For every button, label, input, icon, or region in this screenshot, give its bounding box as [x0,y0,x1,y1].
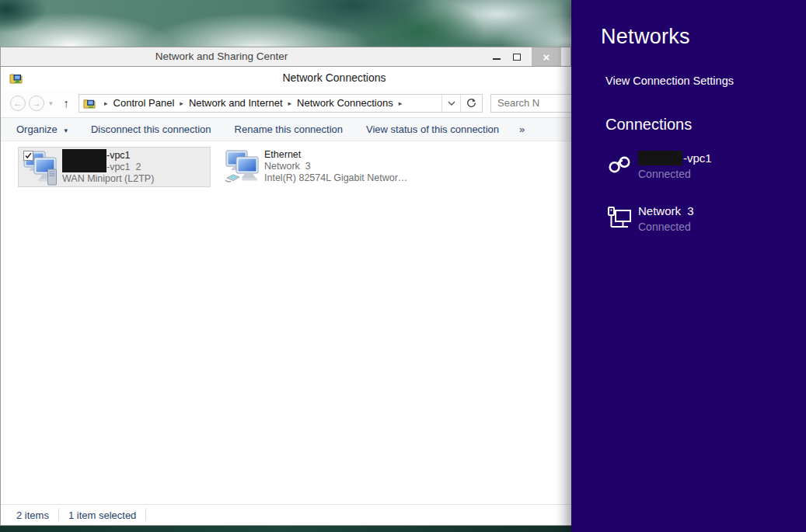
chevron-down-icon [448,101,455,106]
network-folder-icon [9,71,23,85]
toolbar-overflow-button[interactable]: » [519,123,525,135]
selected-checkbox[interactable] [23,151,33,161]
items-count: 2 items [16,509,49,521]
page-title: Network Connections [1,67,668,84]
connection-network: Network 3 [264,161,412,172]
address-bar[interactable]: ▸ Control Panel ▸ Network and Internet ▸… [79,94,483,113]
minimize-button[interactable] [487,47,507,66]
networks-flyout: Networks View Connection Settings Connec… [571,0,806,532]
connection-tile-ethernet[interactable]: Ethernet Network 3 Intel(R) 82574L Gigab… [221,147,417,187]
breadcrumb-network-and-internet[interactable]: Network and Internet [189,97,283,109]
window-controls: × [487,47,561,66]
redaction-box [638,151,682,165]
breadcrumb-separator-icon[interactable]: ▸ [99,99,113,107]
close-button[interactable]: × [532,47,561,66]
view-status-button[interactable]: View status of this connection [366,123,499,135]
forward-button[interactable]: → [29,96,44,111]
organize-label: Organize [16,123,58,135]
vpn-adapter-icon [22,149,62,186]
selected-count: 1 item selected [68,509,136,521]
connection-tile-text: -vpc1 -vpc1 2 WAN Miniport (L2TP) [62,149,154,185]
breadcrumb-network-connections[interactable]: Network Connections [297,97,393,109]
connection-tile-vpn[interactable]: -vpc1 -vpc1 2 WAN Miniport (L2TP) [18,147,211,187]
view-connection-settings-link[interactable]: View Connection Settings [605,75,734,87]
rename-connection-button[interactable]: Rename this connection [235,123,343,135]
connection-name-visible: -vpc1 [683,151,712,165]
breadcrumb-separator-icon[interactable]: ▸ [393,99,408,107]
refresh-button[interactable] [460,95,482,112]
minimize-icon [493,58,501,60]
up-button[interactable]: ↑ [64,96,70,110]
network-folder-icon [83,97,96,110]
connection-tile-text: Ethernet Network 3 Intel(R) 82574L Gigab… [264,148,412,184]
back-button[interactable]: ← [10,96,26,111]
connection-status: Connected [638,221,694,233]
connection-status: Connected [638,168,712,180]
connection-name: -vpc1 [638,151,712,165]
desktop: Network and Sharing Center × Network Con… [0,0,806,532]
flyout-vpn-connection[interactable]: -vpc1 Connected [605,151,712,180]
connections-list: -vpc1 -vpc1 2 WAN Miniport (L2TP) [1,141,668,502]
breadcrumb-separator-icon[interactable]: ▸ [174,99,189,107]
chevron-down-icon: ▾ [64,127,68,134]
status-separator [58,509,59,521]
navigation-bar: ← → ▾ ↑ ▸ Control Panel ▸ Network and In… [1,89,668,118]
vpn-icon [605,151,633,179]
connection-name: Network 3 [638,203,694,218]
maximize-button[interactable] [507,47,527,66]
command-toolbar: Organize ▾ Disconnect this connection Re… [1,118,668,141]
network-connections-window: Network Connections ← → ▾ ↑ ▸ Control Pa… [0,66,668,526]
maximize-icon [513,54,521,61]
status-bar: 2 items 1 item selected [1,504,668,525]
breadcrumb-control-panel[interactable]: Control Panel [113,97,175,109]
status-separator [145,509,146,521]
redaction-box [62,149,106,172]
recent-pages-chevron-icon[interactable]: ▾ [49,99,53,107]
ethernet-adapter-icon [224,148,264,186]
window-title: Network and Sharing Center [155,50,288,62]
flyout-connection-text: Network 3 Connected [638,203,694,233]
flyout-connection-text: -vpc1 Connected [638,151,712,180]
flyout-title: Networks [601,25,690,49]
organize-button[interactable]: Organize ▾ [16,123,68,135]
network-sharing-center-titlebar: Network and Sharing Center × [0,47,571,66]
connection-name: Ethernet [264,149,412,161]
wired-network-icon [605,203,633,231]
refresh-icon [466,98,476,108]
flyout-ethernet-connection[interactable]: Network 3 Connected [605,203,694,233]
connection-device: Intel(R) 82574L Gigabit Network C... [264,172,412,184]
connection-device: WAN Miniport (L2TP) [62,173,154,185]
connections-heading: Connections [605,116,692,134]
two-monitors-plug-icon [224,148,264,186]
breadcrumb-separator-icon[interactable]: ▸ [283,99,298,107]
titlebar: Network Connections [1,67,668,89]
address-history-dropdown[interactable] [441,95,460,112]
disconnect-connection-button[interactable]: Disconnect this connection [91,123,211,135]
